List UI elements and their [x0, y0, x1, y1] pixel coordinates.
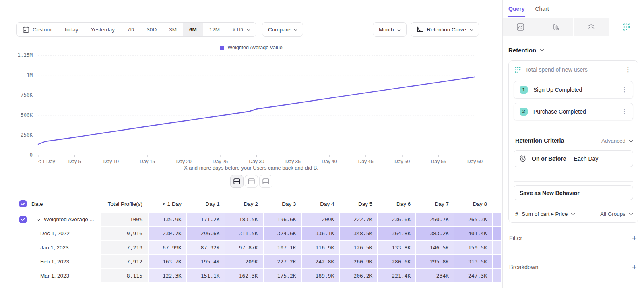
retention-value-cell: 234K	[416, 269, 454, 282]
report-type-tiles	[503, 18, 644, 36]
range-3m[interactable]: 3M	[163, 23, 183, 36]
retention-value-cell: 67.99K	[149, 241, 186, 254]
layout-split-button[interactable]	[230, 175, 244, 188]
advanced-toggle[interactable]: Advanced	[601, 138, 632, 144]
layout-chart-top-button[interactable]	[245, 175, 258, 188]
retention-value-cell: 401.4K	[454, 227, 492, 240]
retention-value-cell: 206.2K	[340, 269, 377, 282]
retention-value-cell: 162.3K	[225, 269, 263, 282]
row-date: Feb 1, 2023	[16, 255, 100, 268]
table-header-row: DateTotal Profile(s)< 1 DayDay 1Day 2Day…	[16, 196, 502, 212]
kebab-menu-icon[interactable]: ⋮	[620, 108, 629, 115]
add-filter-button[interactable]: +	[632, 234, 637, 242]
retention-icon	[623, 23, 631, 31]
chevron-down-icon[interactable]	[37, 217, 41, 221]
cell-total-profiles: 8,115	[101, 269, 148, 282]
retention-value-cell: 87.92K	[187, 241, 225, 254]
report-retention-tile[interactable]	[609, 18, 644, 36]
behavior-header: Total spend of new users ⋮	[509, 61, 638, 77]
x-axis-label: Day 40	[322, 159, 337, 164]
check-icon	[21, 202, 25, 206]
range-yesterday[interactable]: Yesterday	[85, 23, 121, 36]
retention-value-cell: 247.3K	[454, 269, 492, 282]
panel-tabs: Query Chart	[503, 0, 644, 18]
report-funnels-tile[interactable]	[538, 18, 573, 36]
retention-value-cell: 311.5K	[225, 227, 263, 240]
x-axis-label: Day 35	[285, 159, 301, 164]
layout-chart-bottom-button[interactable]	[259, 175, 272, 188]
y-axis-label: 1M	[27, 72, 33, 78]
query-panel: Query Chart	[502, 0, 644, 288]
y-axis-label: 1.25M	[17, 52, 33, 58]
header-day: Day 7	[416, 201, 454, 207]
x-axis-label: Day 20	[176, 159, 192, 164]
kebab-menu-icon[interactable]: ⋮	[624, 66, 632, 73]
table-row[interactable]: Weighted Average ...100%135.9K171.2K183.…	[16, 212, 502, 226]
retention-value-cell: 122.3K	[149, 269, 186, 282]
step-number-badge: 2	[520, 108, 528, 116]
retention-value-cell: 183.5K	[225, 213, 263, 226]
retention-value-cell: 126.5K	[340, 241, 377, 254]
retention-chart: 0250K500K750K1M1.25M< 1 DayDay 5Day 10Da…	[0, 50, 502, 167]
range-7d[interactable]: 7D	[121, 23, 140, 36]
range-12m[interactable]: 12M	[203, 23, 226, 36]
kebab-menu-icon[interactable]: ⋮	[620, 86, 629, 93]
retention-value-cell: 364.8K	[378, 227, 415, 240]
row-label-weighted-average: Weighted Average ...	[16, 213, 100, 226]
table-row[interactable]: Jan 1, 20237,21967.99K87.92K97.87K107.1K…	[16, 240, 502, 254]
compare-button[interactable]: Compare	[262, 22, 303, 37]
report-insights-tile[interactable]	[503, 18, 538, 36]
table-row[interactable]: Dec 1, 20229,916230.7K296.6K311.5K324.6K…	[16, 226, 502, 240]
range-6m[interactable]: 6M	[183, 23, 203, 36]
measurement-row: # Sum of cart ▸ Price All Groups	[509, 205, 638, 222]
report-flows-tile[interactable]	[573, 18, 609, 36]
range-xtd[interactable]: XTD	[226, 23, 256, 36]
retention-value-cell: 107.1K	[264, 241, 301, 254]
row-checkbox[interactable]	[19, 216, 27, 223]
table-row[interactable]: Feb 1, 20237,912163.7K195.4K209K227.2K24…	[16, 254, 502, 268]
criteria-operator: On or Before	[532, 155, 566, 162]
retention-value-cell: 236.6K	[378, 213, 415, 226]
range-custom[interactable]: Custom	[17, 23, 58, 36]
tab-chart[interactable]: Chart	[535, 0, 549, 18]
groups-selector[interactable]: All Groups	[600, 211, 632, 217]
retention-value-cell: 195.4K	[187, 255, 225, 268]
retention-value-cell: 196.6K	[264, 213, 301, 226]
chart-type-button[interactable]: Retention Curve	[411, 22, 479, 37]
step-sign-up-completed[interactable]: 1 Sign Up Completed ⋮	[514, 81, 633, 99]
add-breakdown-button[interactable]: +	[632, 263, 637, 271]
chevron-down-icon	[294, 27, 298, 31]
retention-value-cell: 209K	[302, 213, 339, 226]
row-date: Jan 1, 2023	[16, 241, 100, 254]
range-today[interactable]: Today	[58, 23, 85, 36]
criteria-condition[interactable]: On or Before Each Day	[514, 150, 633, 167]
chevron-down-icon	[470, 27, 474, 31]
step-purchase-completed[interactable]: 2 Purchase Completed ⋮	[514, 103, 633, 120]
range-30d[interactable]: 30D	[140, 23, 163, 36]
step-number-badge: 1	[520, 86, 528, 94]
retention-value-cell: 265.3K	[454, 213, 492, 226]
row-checkbox[interactable]	[19, 200, 27, 207]
retention-section-toggle[interactable]: Retention	[508, 47, 638, 54]
date-range-group[interactable]: CustomTodayYesterday7D30D3M6M12MXTD	[16, 22, 256, 37]
save-as-new-behavior-button[interactable]: Save as New Behavior	[514, 185, 633, 200]
retention-value-cell: 175.2K	[264, 269, 301, 282]
retention-value-cell: 230.7K	[149, 227, 186, 240]
insights-icon	[516, 23, 524, 31]
retention-value-cell: 227.2K	[264, 255, 301, 268]
header-day: Day 8	[454, 201, 492, 207]
cell-total-profiles: 100%	[101, 213, 148, 226]
retention-criteria-row: Retention Criteria Advanced	[515, 137, 632, 144]
retention-curve-icon	[417, 26, 423, 33]
granularity-button[interactable]: Month	[373, 22, 407, 37]
retention-value-cell: 151.1K	[187, 269, 225, 282]
retention-value-cell: 171.2K	[187, 213, 225, 226]
bar-top-icon	[248, 178, 255, 184]
chart-legend: Weighted Average Value	[0, 45, 502, 50]
tab-query[interactable]: Query	[508, 0, 524, 18]
measurement-selector[interactable]: Sum of cart ▸ Price	[522, 211, 597, 217]
row-date: Mar 1, 2023	[16, 269, 100, 282]
table-row[interactable]: Mar 1, 20238,115122.3K151.1K162.3K175.2K…	[16, 268, 502, 282]
clipped-value-cell	[493, 269, 501, 282]
row-date: Dec 1, 2022	[16, 227, 100, 240]
